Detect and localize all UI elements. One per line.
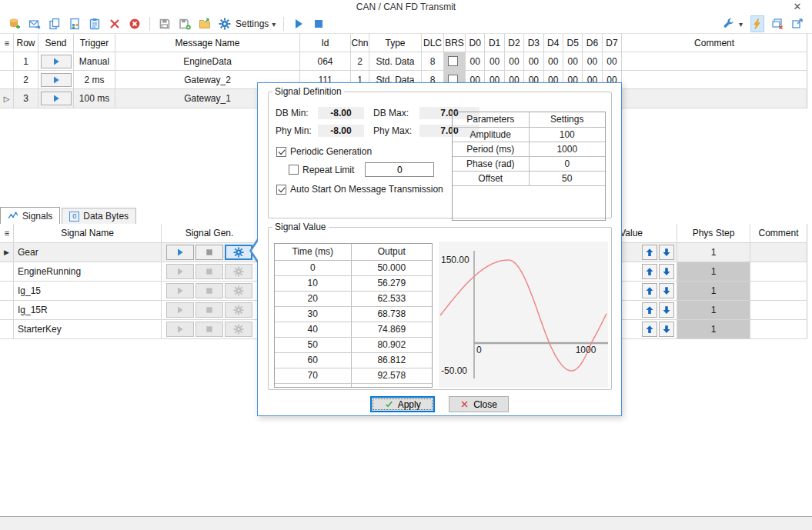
import-message-icon[interactable] — [28, 17, 42, 31]
parameter-value[interactable]: 100 — [529, 127, 605, 142]
cell-trigger[interactable]: Manual — [74, 52, 115, 70]
signal-stop-button[interactable] — [195, 302, 223, 318]
value-increase-button[interactable] — [642, 283, 657, 298]
lightning-trigger-icon[interactable] — [750, 15, 764, 32]
signal-generator-settings-button[interactable] — [225, 302, 252, 318]
start-transmit-icon[interactable] — [292, 17, 306, 31]
add-message-icon[interactable] — [8, 17, 22, 31]
cell-d3[interactable]: 00 — [524, 52, 543, 70]
signal-play-button[interactable] — [166, 245, 194, 260]
horizontal-scrollbar[interactable] — [0, 516, 812, 530]
cell-phys-step[interactable]: 1 — [677, 301, 750, 319]
wrench-tools-icon[interactable] — [722, 17, 736, 31]
cell-comment[interactable] — [750, 243, 807, 262]
open-folder-icon[interactable] — [198, 17, 212, 31]
cell-d0[interactable]: 00 — [466, 52, 485, 70]
cell-phys-step[interactable]: 1 — [677, 282, 750, 300]
cell-comment[interactable] — [622, 71, 807, 88]
cell-d6[interactable]: 00 — [583, 52, 602, 70]
cell-comment[interactable] — [622, 52, 807, 70]
cell-comment[interactable] — [750, 320, 807, 338]
cell-comment[interactable] — [750, 301, 807, 319]
grid-corner-icon[interactable]: ≡ — [0, 34, 14, 52]
delete-all-icon[interactable] — [128, 17, 142, 31]
signal-play-button[interactable] — [166, 283, 194, 298]
cell-comment[interactable] — [622, 89, 807, 108]
settings-button[interactable]: Settings ▾ — [218, 17, 276, 31]
value-decrease-button[interactable] — [659, 264, 674, 279]
cell-comment[interactable] — [750, 262, 807, 281]
signal-generator-settings-button[interactable] — [225, 245, 252, 260]
periodic-generation-checkbox[interactable] — [276, 147, 286, 157]
signal-generator-settings-button[interactable] — [225, 322, 252, 337]
close-windows-icon[interactable] — [770, 17, 784, 31]
tab-data-bytes[interactable]: 0 Data Bytes — [62, 208, 136, 224]
signal-stop-button[interactable] — [195, 283, 223, 298]
stop-transmit-icon[interactable] — [312, 17, 326, 31]
value-increase-button[interactable] — [642, 302, 657, 318]
cell-d2[interactable]: 00 — [505, 52, 524, 70]
cell-signal-name[interactable]: Gear — [14, 243, 162, 262]
grid-corner-icon[interactable]: ≡ — [0, 224, 14, 242]
auto-start-checkbox[interactable] — [276, 185, 286, 195]
cell-signal-name[interactable]: Ig_15 — [14, 282, 162, 300]
parameter-value[interactable]: 1000 — [529, 142, 605, 156]
value-decrease-button[interactable] — [659, 283, 674, 298]
send-button[interactable] — [41, 55, 72, 68]
chevron-down-icon[interactable]: ▾ — [739, 20, 743, 28]
tab-signals[interactable]: Signals — [0, 207, 60, 224]
delete-icon[interactable] — [108, 17, 122, 31]
row-marker — [0, 301, 14, 319]
send-button[interactable] — [41, 92, 72, 105]
signal-stop-button[interactable] — [195, 245, 223, 260]
signal-generator-settings-button[interactable] — [225, 264, 252, 279]
cell-message-name[interactable]: EngineData — [115, 52, 300, 70]
cell-type[interactable]: Std. Data — [369, 52, 422, 70]
cell-phys-step[interactable]: 1 — [677, 243, 750, 262]
message-row[interactable]: 1 Manual EngineData 064 2 Std. Data 8 00… — [0, 52, 807, 71]
send-button[interactable] — [41, 73, 72, 87]
play-icon — [175, 286, 185, 295]
repeat-limit-input[interactable] — [365, 162, 434, 177]
parameter-value[interactable]: 0 — [529, 156, 605, 171]
brs-checkbox[interactable] — [448, 56, 458, 66]
value-increase-button[interactable] — [642, 264, 657, 279]
export-icon[interactable] — [790, 17, 804, 31]
apply-button[interactable]: Apply — [370, 396, 435, 412]
cell-signal-name[interactable]: EngineRunning — [14, 262, 162, 281]
save-new-icon[interactable] — [178, 17, 192, 31]
cell-signal-name[interactable]: Ig_15R — [14, 301, 162, 319]
cell-chn[interactable]: 2 — [351, 52, 369, 70]
signal-play-button[interactable] — [166, 264, 194, 279]
value-increase-button[interactable] — [642, 245, 657, 260]
paste-special-icon[interactable] — [68, 17, 82, 31]
value-decrease-button[interactable] — [659, 245, 674, 260]
cell-d5[interactable]: 00 — [563, 52, 583, 70]
repeat-limit-checkbox[interactable] — [289, 165, 299, 175]
parameter-value[interactable]: 50 — [529, 171, 605, 185]
signal-stop-button[interactable] — [195, 322, 223, 337]
copy-icon[interactable] — [48, 17, 62, 31]
value-increase-button[interactable] — [642, 322, 657, 337]
save-icon[interactable] — [158, 17, 172, 31]
cell-comment[interactable] — [750, 282, 807, 300]
cell-d7[interactable]: 00 — [603, 52, 622, 70]
close-button[interactable]: Close — [449, 396, 509, 412]
signal-play-button[interactable] — [166, 322, 194, 337]
cell-id[interactable]: 064 — [300, 52, 351, 70]
cell-d4[interactable]: 00 — [544, 52, 563, 70]
cell-trigger[interactable]: 100 ms — [74, 89, 115, 108]
cell-phys-step[interactable]: 1 — [677, 262, 750, 281]
cell-phys-step[interactable]: 1 — [677, 320, 750, 338]
signal-generator-settings-button[interactable] — [225, 283, 252, 298]
cell-signal-name[interactable]: StarterKey — [14, 320, 162, 338]
value-decrease-button[interactable] — [659, 322, 674, 337]
cell-trigger[interactable]: 2 ms — [74, 71, 115, 88]
cell-dlc[interactable]: 8 — [422, 52, 444, 70]
signal-play-button[interactable] — [166, 302, 194, 318]
cell-d1[interactable]: 00 — [485, 52, 504, 70]
signal-stop-button[interactable] — [195, 264, 223, 279]
value-decrease-button[interactable] — [659, 302, 674, 318]
paste-icon[interactable] — [88, 17, 102, 31]
close-window-button[interactable]: ✕ — [790, 1, 804, 14]
